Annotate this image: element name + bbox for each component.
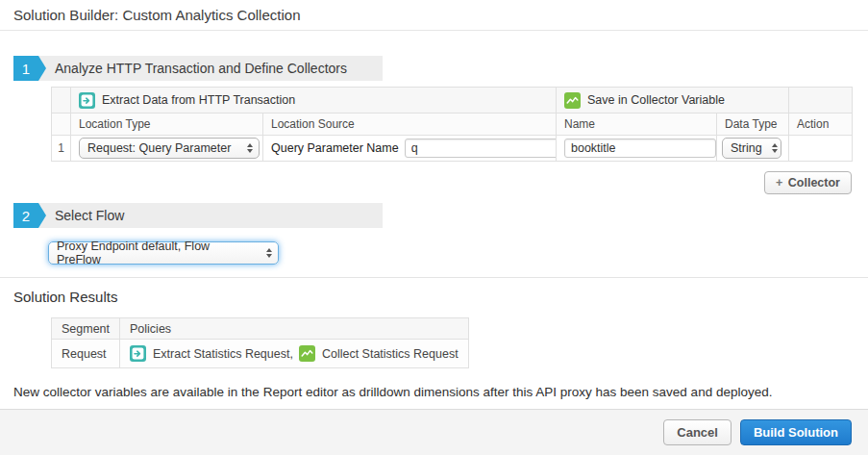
- extract-icon: [130, 345, 146, 362]
- column-header-location-type: Location Type: [71, 114, 263, 136]
- location-type-select[interactable]: Request: Query Parameter: [79, 138, 260, 159]
- results-segment: Request: [52, 340, 120, 368]
- collect-icon: [564, 92, 581, 109]
- deploy-note: New collector variables are available in…: [13, 385, 855, 399]
- plus-icon: +: [776, 176, 782, 190]
- group-header-action-spacer: [789, 88, 853, 114]
- collector-row: 1 Request: Query Parameter Query Paramet…: [52, 136, 853, 162]
- results-column-policies: Policies: [120, 318, 469, 340]
- section-divider: [0, 277, 868, 278]
- group-header-spacer: [52, 88, 71, 114]
- column-header-rownum: [52, 114, 71, 136]
- column-header-name: Name: [557, 114, 717, 136]
- location-source-label: Query Parameter Name: [271, 141, 399, 155]
- add-collector-label: Collector: [788, 176, 840, 190]
- footer-bar: Cancel Build Solution: [0, 409, 868, 455]
- location-type-select-value: Request: Query Parameter: [87, 141, 231, 155]
- group-header-collect-label: Save in Collector Variable: [587, 93, 725, 107]
- add-collector-button[interactable]: + Collector: [764, 171, 852, 194]
- extract-icon: [79, 92, 95, 109]
- cancel-button[interactable]: Cancel: [663, 419, 732, 445]
- column-header-location-source: Location Source: [263, 114, 557, 136]
- select-arrows-icon: [266, 248, 272, 258]
- group-header-extract-label: Extract Data from HTTP Transaction: [102, 93, 295, 107]
- data-type-select[interactable]: String: [722, 138, 781, 159]
- flow-select[interactable]: Proxy Endpoint default, Flow PreFlow: [48, 241, 279, 265]
- row-number: 1: [52, 136, 71, 162]
- collectors-table: Extract Data from HTTP Transaction Save …: [51, 87, 853, 162]
- step1-title: Analyze HTTP Transaction and Define Coll…: [55, 61, 347, 76]
- action-cell: [789, 136, 853, 162]
- title-bar: Solution Builder: Custom Analytics Colle…: [0, 0, 868, 31]
- step1-number-badge: 1: [13, 56, 38, 81]
- policy-extract-label: Extract Statistics Request,: [153, 347, 293, 361]
- step1-header: 1 Analyze HTTP Transaction and Define Co…: [13, 56, 383, 81]
- build-solution-button[interactable]: Build Solution: [740, 419, 852, 445]
- step2-title: Select Flow: [55, 208, 124, 223]
- column-header-action: Action: [789, 114, 853, 136]
- data-type-select-value: String: [731, 141, 762, 155]
- group-header-collect: Save in Collector Variable: [557, 88, 789, 114]
- collector-name-input[interactable]: [564, 139, 716, 158]
- collect-icon: [299, 345, 315, 362]
- column-header-data-type: Data Type: [717, 114, 789, 136]
- results-column-segment: Segment: [52, 318, 120, 340]
- policy-collect-label: Collect Statistics Request: [322, 347, 459, 361]
- step2-header: 2 Select Flow: [13, 203, 383, 228]
- page-title: Solution Builder: Custom Analytics Colle…: [13, 7, 300, 23]
- select-arrows-icon: [772, 143, 778, 153]
- select-arrows-icon: [247, 143, 253, 153]
- flow-select-value: Proxy Endpoint default, Flow PreFlow: [57, 240, 257, 266]
- results-row: Request Extract Statistics Request, Coll…: [52, 340, 469, 368]
- results-table: Segment Policies Request Extract Statist…: [51, 317, 469, 368]
- results-title: Solution Results: [13, 289, 855, 305]
- step2-number-badge: 2: [13, 203, 38, 228]
- location-source-input[interactable]: [405, 139, 557, 158]
- group-header-extract: Extract Data from HTTP Transaction: [71, 88, 557, 114]
